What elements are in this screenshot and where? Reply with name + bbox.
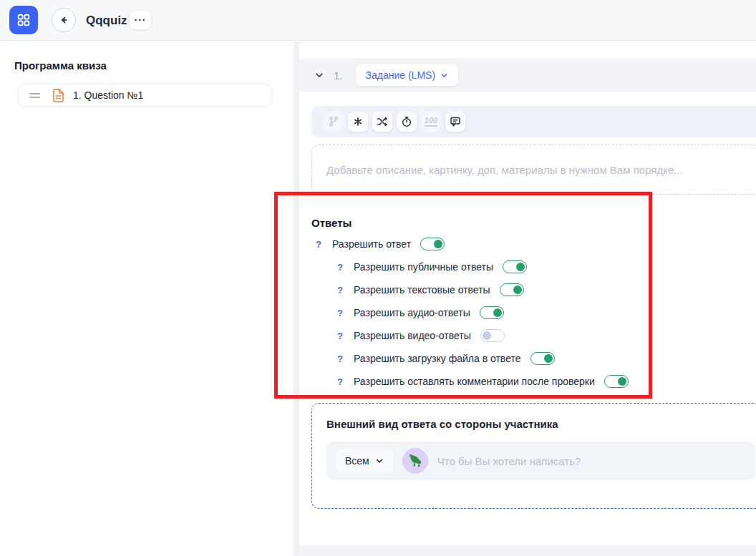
audience-select-value: Всем: [345, 455, 369, 467]
toggle-row: ? Разрешить видео-ответы: [311, 324, 684, 347]
quiz-title: Qqquiz: [86, 0, 127, 41]
question-toolbar: 100: [311, 106, 756, 137]
comment-icon[interactable]: [445, 112, 465, 132]
help-icon[interactable]: ?: [337, 308, 344, 318]
help-icon[interactable]: ?: [337, 331, 344, 341]
document-icon: [52, 89, 64, 102]
apps-grid-button[interactable]: [9, 6, 38, 34]
toggle-row: ? Разрешить загрузку файла в ответе: [311, 347, 684, 370]
question-number: 1.: [334, 69, 343, 82]
drag-handle-icon[interactable]: [29, 93, 40, 98]
participant-view-panel: Внешний вид ответа со стороны участника …: [311, 403, 756, 509]
asterisk-icon[interactable]: [348, 112, 368, 132]
toggle-row: ? Разрешить публичные ответы: [311, 255, 684, 278]
sidebar-item-question[interactable]: 1. Question №1: [18, 84, 272, 107]
toggle-switch[interactable]: [503, 260, 527, 273]
toggle-switch[interactable]: [500, 283, 524, 296]
toggle-switch[interactable]: [604, 375, 629, 388]
shuffle-icon[interactable]: [372, 112, 392, 132]
help-icon[interactable]: ?: [337, 262, 344, 273]
description-placeholder: Добавьте описание, картинку, доп. матери…: [326, 164, 683, 176]
chevron-down-icon: [375, 457, 384, 465]
help-icon[interactable]: ?: [337, 376, 344, 387]
next-block-strip: [299, 545, 756, 556]
composer-placeholder[interactable]: Что бы Вы хотели написать?: [437, 455, 581, 467]
help-icon[interactable]: ?: [316, 239, 323, 250]
toggle-label: Разрешить загрузку файла в ответе: [354, 353, 521, 364]
grid-icon: [17, 14, 30, 26]
toggle-switch[interactable]: [530, 352, 555, 365]
description-editor[interactable]: Добавьте описание, картинку, доп. матери…: [311, 145, 756, 195]
help-icon[interactable]: ?: [337, 285, 344, 296]
avatar: [402, 448, 428, 474]
toggle-label: Разрешить публичные ответы: [354, 261, 493, 273]
dinosaur-icon: [407, 452, 424, 469]
toggle-row: ? Разрешить ответ: [311, 233, 684, 255]
toggle-switch[interactable]: [420, 238, 445, 250]
question-block-header: 1. Задание (LMS): [299, 59, 756, 92]
audience-select[interactable]: Всем: [336, 449, 393, 473]
toggle-switch[interactable]: [480, 306, 504, 319]
more-options-button[interactable]: ···: [130, 11, 151, 29]
timer-icon[interactable]: [397, 112, 417, 132]
sidebar-heading: Программа квиза: [14, 59, 107, 72]
question-editor: 1. Задание (LMS): [299, 42, 756, 556]
toggle-label: Разрешить ответ: [332, 238, 411, 250]
branch-icon: [324, 112, 344, 132]
hundred-icon: 100: [421, 112, 441, 132]
answer-composer: Всем Что бы Вы хотели написать?: [326, 442, 755, 480]
question-type-label: Задание (LMS): [366, 69, 436, 81]
answers-settings: ? Разрешить ответ ? Разрешить публичные …: [311, 233, 684, 393]
toggle-row: ? Разрешить текстовые ответы: [311, 278, 684, 301]
participant-view-heading: Внешний вид ответа со стороны участника: [326, 418, 558, 430]
panel-divider: [294, 42, 299, 556]
sidebar: Программа квиза 1. Question №1: [0, 42, 294, 556]
answers-heading: Ответы: [311, 217, 352, 229]
toggle-label: Разрешить видео-ответы: [354, 330, 471, 341]
help-icon[interactable]: ?: [337, 353, 344, 364]
toggle-switch[interactable]: [480, 329, 505, 342]
toggle-row: ? Разрешить оставлять комментарии после …: [311, 370, 684, 393]
hundred-label: 100: [425, 117, 437, 127]
topbar: Qqquiz ···: [0, 0, 756, 41]
back-button[interactable]: [52, 8, 76, 32]
toggle-label: Разрешить оставлять комментарии после пр…: [354, 376, 595, 387]
sidebar-item-label: 1. Question №1: [73, 89, 143, 101]
arrow-left-icon: [58, 14, 69, 26]
collapse-chevron-icon[interactable]: [314, 70, 324, 80]
toggle-label: Разрешить аудио-ответы: [354, 307, 470, 318]
toggle-row: ? Разрешить аудио-ответы: [311, 301, 684, 324]
toggle-label: Разрешить текстовые ответы: [354, 284, 490, 296]
question-type-dropdown[interactable]: Задание (LMS): [356, 64, 459, 86]
chevron-down-icon: [440, 72, 448, 79]
